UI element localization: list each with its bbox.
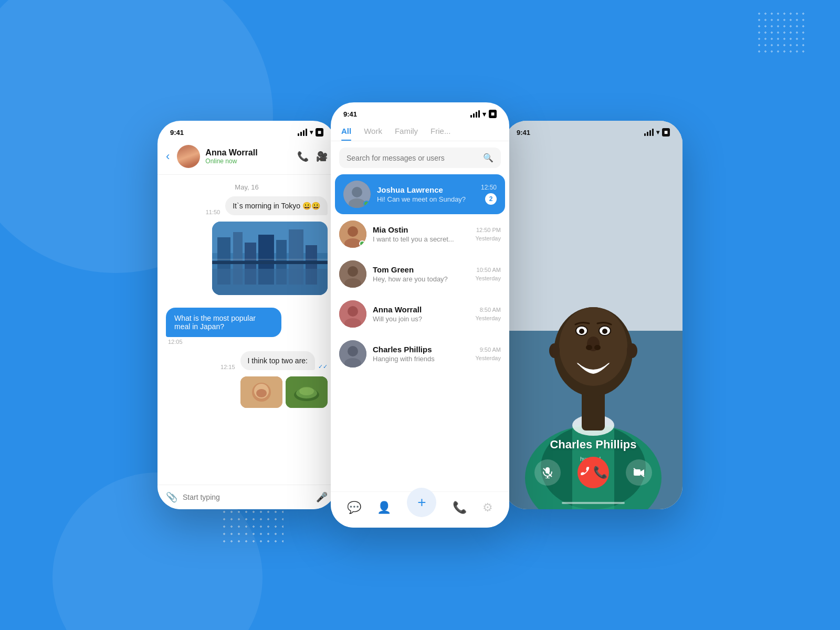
conv-meta-joshua: 12:50 2 — [481, 184, 497, 205]
microphone-icon[interactable]: 🎤 — [316, 491, 328, 503]
svg-point-27 — [348, 266, 358, 277]
signal-icon-left — [298, 129, 307, 136]
time-left: 9:41 — [170, 129, 184, 136]
conv-avatar-joshua — [343, 181, 371, 208]
bg-decoration-dots2 — [756, 10, 808, 52]
search-icon: 🔍 — [483, 153, 494, 163]
tabs-bar: All Work Family Frie... — [331, 122, 509, 141]
chat-messages: 11:50 It`s morning in Tokyo 😀😀 — [158, 196, 336, 408]
food-image-2 — [286, 376, 328, 408]
search-input[interactable] — [346, 154, 479, 162]
phone-video-call: 9:41 ▾ ■ ‹ — [504, 121, 682, 509]
online-indicator-mia — [359, 240, 365, 247]
attachment-icon[interactable]: 📎 — [166, 491, 177, 503]
conv-info-anna: Anna Worrall Will you join us? — [373, 305, 469, 323]
svg-point-55 — [579, 329, 584, 334]
caller-name: Charles Phillips — [504, 438, 682, 452]
video-button[interactable]: 🎥 — [316, 151, 328, 162]
battery-icon-left: ■ — [316, 128, 323, 136]
conv-preview-mia: I want to tell you a secret... — [373, 235, 469, 243]
msg-sent-time: 12:05 — [166, 339, 183, 345]
conv-date-anna: Yesterday — [475, 315, 501, 321]
conversation-item-mia[interactable]: Mia Ostin I want to tell you a secret...… — [331, 214, 509, 254]
conv-name-mia: Mia Ostin — [373, 225, 469, 234]
msg-bubble-received2: I think top two are: — [240, 351, 315, 370]
conv-preview-tom: Hey, how are you today? — [373, 275, 469, 283]
chat-header: ‹ Anna Worrall Online now 📞 🎥 — [158, 141, 336, 175]
conversation-item-joshua[interactable]: Joshua Lawrence Hi! Can we meet on Sunda… — [335, 174, 505, 214]
svg-rect-9 — [212, 269, 328, 295]
nav-chat-icon[interactable]: 💬 — [347, 501, 361, 514]
svg-point-33 — [348, 346, 358, 356]
search-bar: 🔍 — [339, 148, 501, 168]
online-indicator-joshua — [363, 201, 370, 207]
food-images-row — [166, 376, 328, 408]
conversation-item-tom[interactable]: Tom Green Hey, how are you today? 10:50 … — [331, 254, 509, 294]
msg-bubble-received: It`s morning in Tokyo 😀😀 — [225, 196, 328, 215]
msg-time2: 12:15 — [220, 364, 237, 370]
svg-point-61 — [627, 343, 637, 358]
tab-work[interactable]: Work — [364, 127, 382, 141]
mute-button[interactable] — [534, 459, 561, 486]
time-right: 9:41 — [517, 129, 530, 136]
conv-name-anna: Anna Worrall — [373, 305, 469, 314]
signal-icon-right — [644, 129, 654, 136]
back-button[interactable]: ‹ — [166, 150, 170, 163]
wifi-icon-right: ▾ — [656, 129, 659, 136]
tab-all[interactable]: All — [341, 127, 351, 141]
svg-rect-10 — [212, 261, 328, 264]
nav-settings-icon[interactable]: ⚙ — [482, 501, 493, 514]
msg-sent-meta: 12:05 — [166, 337, 183, 345]
conversation-item-anna[interactable]: Anna Worrall Will you join us? 8:50 AM Y… — [331, 294, 509, 334]
fab-compose-button[interactable]: + — [407, 488, 436, 517]
date-divider: May, 16 — [158, 175, 336, 196]
image-placeholder — [212, 222, 328, 295]
nav-phone-icon[interactable]: 📞 — [453, 501, 467, 514]
conv-date-charles: Yesterday — [475, 355, 501, 361]
conv-name-joshua: Joshua Lawrence — [377, 185, 475, 194]
svg-point-19 — [299, 387, 314, 395]
chat-header-info: Anna Worrall Online now — [205, 148, 292, 165]
mute-icon — [542, 467, 553, 478]
tab-friends[interactable]: Frie... — [430, 127, 450, 141]
conv-meta-anna: 8:50 AM Yesterday — [475, 307, 501, 321]
call-button[interactable]: 📞 — [297, 151, 309, 162]
nav-users-icon[interactable]: 👤 — [377, 501, 391, 514]
phone-conversations: 9:41 ▾ ■ All Work Family Frie... 🔍 — [331, 102, 509, 528]
chat-contact-name: Anna Worrall — [205, 148, 292, 158]
conv-time-mia: 12:50 PM — [476, 227, 501, 233]
conv-name-charles: Charles Phillips — [373, 345, 469, 354]
call-controls: 📞 — [504, 457, 682, 488]
end-call-button[interactable]: 📞 — [578, 457, 609, 488]
conv-time-tom: 10:50 AM — [477, 267, 501, 273]
message-item: 11:50 It`s morning in Tokyo 😀😀 — [166, 196, 328, 215]
conv-time-charles: 9:50 AM — [480, 346, 501, 353]
signal-icon-center — [470, 110, 480, 118]
message-image-item — [166, 222, 328, 301]
conv-avatar-anna — [339, 300, 366, 328]
chat-input-bar: 📎 🎤 — [158, 485, 336, 509]
home-indicator-right — [562, 502, 625, 504]
status-bar-right: 9:41 ▾ ■ — [504, 121, 682, 136]
tab-family[interactable]: Family — [395, 127, 418, 141]
caller-name-area: Charles Phillips — [504, 438, 682, 452]
conv-preview-joshua: Hi! Can we meet on Sunday? — [377, 195, 475, 203]
conv-info-mia: Mia Ostin I want to tell you a secret... — [373, 225, 469, 243]
video-off-icon — [633, 468, 645, 477]
conv-preview-charles: Hanging with friends — [373, 355, 469, 363]
status-bar-center: 9:41 ▾ ■ — [331, 102, 509, 122]
conversation-item-charles[interactable]: Charles Phillips Hanging with friends 9:… — [331, 334, 509, 374]
status-icons-right: ▾ ■ — [644, 128, 670, 136]
message-input[interactable] — [183, 493, 311, 501]
conversations-list: Joshua Lawrence Hi! Can we meet on Sunda… — [331, 174, 509, 374]
conv-avatar-tom — [339, 260, 366, 288]
svg-point-21 — [352, 187, 362, 197]
conv-name-tom: Tom Green — [373, 265, 469, 274]
svg-rect-42 — [504, 121, 682, 331]
battery-icon-right: ■ — [662, 128, 670, 136]
chat-avatar — [177, 145, 200, 168]
time-center: 9:41 — [343, 110, 357, 118]
svg-point-56 — [602, 329, 607, 334]
conv-meta-mia: 12:50 PM Yesterday — [475, 227, 501, 242]
video-off-button[interactable] — [626, 459, 652, 486]
